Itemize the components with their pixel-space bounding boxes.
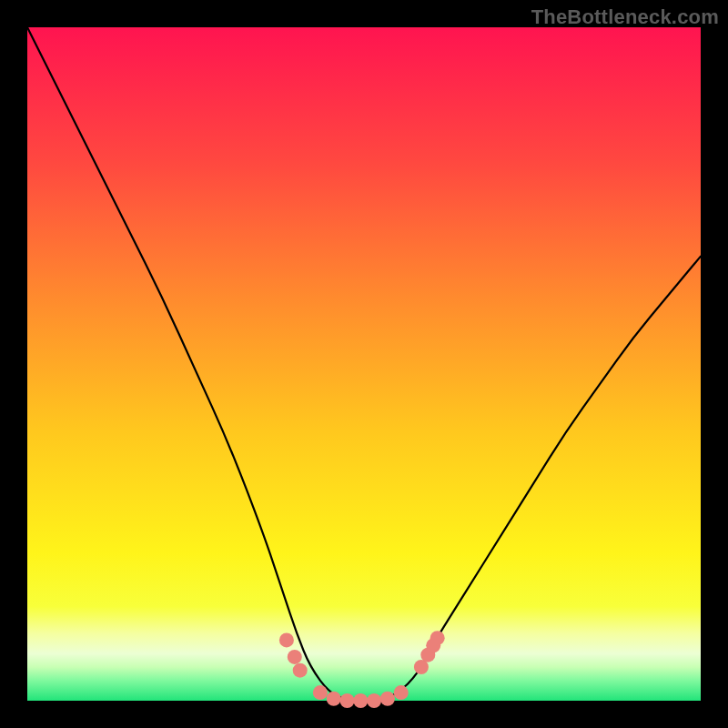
marker-dot	[380, 692, 395, 706]
marker-dot	[340, 693, 355, 708]
marker-dot	[394, 685, 409, 700]
bottleneck-chart	[0, 0, 728, 728]
marker-dot	[327, 692, 341, 706]
plot-background	[27, 27, 701, 701]
marker-dot	[367, 693, 381, 708]
marker-dot	[293, 663, 308, 678]
watermark-text: TheBottleneck.com	[531, 5, 719, 29]
marker-dot	[288, 650, 302, 664]
marker-dot	[430, 631, 445, 645]
marker-dot	[353, 693, 368, 708]
marker-dot	[279, 632, 294, 647]
marker-dot	[313, 685, 328, 700]
chart-stage: TheBottleneck.com	[0, 0, 728, 728]
